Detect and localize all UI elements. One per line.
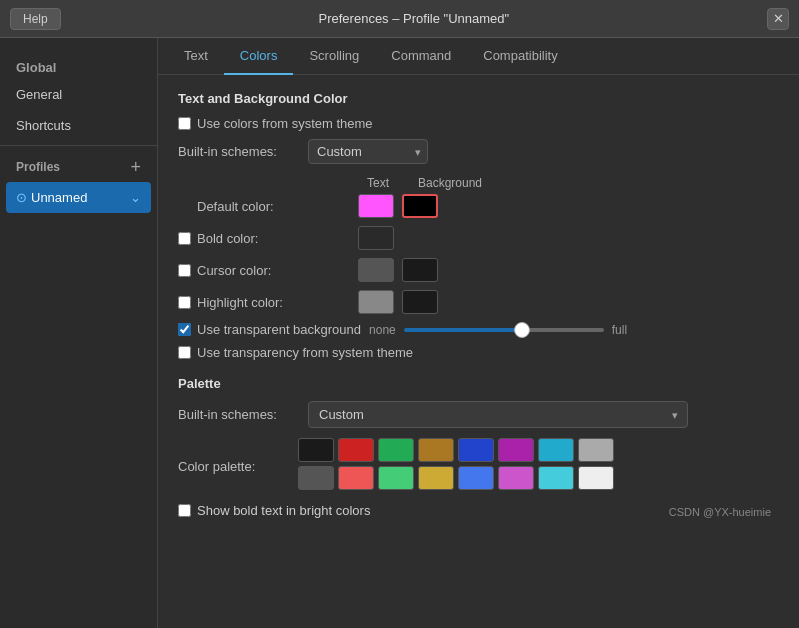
window-title: Preferences – Profile "Unnamed" <box>61 11 767 26</box>
palette-row-1 <box>298 438 614 462</box>
sidebar-item-general[interactable]: General <box>0 79 157 110</box>
text-bg-section-title: Text and Background Color <box>178 91 779 106</box>
transparency-slider-container: none full <box>369 323 779 337</box>
builtin-schemes-wrapper: Custom <box>308 139 428 164</box>
highlight-bg-color-swatch[interactable] <box>402 290 438 314</box>
use-transparency-system-label[interactable]: Use transparency from system theme <box>178 345 413 360</box>
profile-name-label: Unnamed <box>31 190 87 205</box>
transparent-bg-label[interactable]: Use transparent background <box>178 322 361 337</box>
show-bold-label: Show bold text in bright colors <box>197 503 370 518</box>
palette-swatch-12[interactable] <box>458 466 494 490</box>
highlight-color-label-wrapper: Highlight color: <box>178 295 358 310</box>
palette-swatch-14[interactable] <box>538 466 574 490</box>
palette-swatch-13[interactable] <box>498 466 534 490</box>
cursor-color-label: Cursor color: <box>197 263 317 278</box>
palette-schemes-label: Built-in schemes: <box>178 407 308 422</box>
cursor-color-checkbox[interactable] <box>178 264 191 277</box>
palette-swatch-11[interactable] <box>418 466 454 490</box>
tab-text[interactable]: Text <box>168 38 224 75</box>
bold-color-row: Bold color: <box>178 226 779 250</box>
default-bg-color-swatch[interactable] <box>402 194 438 218</box>
bg-col-label: Background <box>418 176 482 190</box>
palette-swatch-10[interactable] <box>378 466 414 490</box>
highlight-color-row: Highlight color: <box>178 290 779 314</box>
color-column-labels: Text Background <box>358 176 779 190</box>
default-color-label: Default color: <box>197 199 317 214</box>
sidebar-divider <box>0 145 157 146</box>
bold-color-label: Bold color: <box>197 231 317 246</box>
sidebar-item-shortcuts[interactable]: Shortcuts <box>0 110 157 141</box>
footer-credit: CSDN @YX-hueimie <box>669 502 779 518</box>
builtin-schemes-select[interactable]: Custom <box>308 139 428 164</box>
palette-swatch-7[interactable] <box>578 438 614 462</box>
builtin-schemes-label: Built-in schemes: <box>178 144 308 159</box>
palette-swatch-5[interactable] <box>498 438 534 462</box>
palette-schemes-wrapper: Custom <box>308 401 688 428</box>
bold-text-color-swatch[interactable] <box>358 226 394 250</box>
cursor-text-color-swatch[interactable] <box>358 258 394 282</box>
title-bar: Help Preferences – Profile "Unnamed" ✕ <box>0 0 799 38</box>
tab-compatibility[interactable]: Compatibility <box>467 38 573 75</box>
default-text-color-swatch[interactable] <box>358 194 394 218</box>
add-profile-button[interactable]: + <box>130 158 141 176</box>
bold-color-label-wrapper: Bold color: <box>178 231 358 246</box>
palette-swatch-4[interactable] <box>458 438 494 462</box>
default-color-label-wrapper: Default color: <box>178 199 358 214</box>
highlight-text-color-swatch[interactable] <box>358 290 394 314</box>
profiles-header: Profiles + <box>0 150 157 180</box>
highlight-color-label: Highlight color: <box>197 295 317 310</box>
transparency-slider[interactable] <box>404 328 604 332</box>
help-button[interactable]: Help <box>10 8 61 30</box>
palette-schemes-row: Built-in schemes: Custom <box>178 401 779 428</box>
sidebar: Global General Shortcuts Profiles + ⊙ Un… <box>0 38 158 628</box>
profiles-label: Profiles <box>16 160 60 174</box>
close-button[interactable]: ✕ <box>767 8 789 30</box>
sidebar-global-label: Global <box>0 48 157 79</box>
palette-swatch-9[interactable] <box>338 466 374 490</box>
slider-full-label: full <box>612 323 627 337</box>
cursor-bg-color-swatch[interactable] <box>402 258 438 282</box>
profile-check-icon: ⊙ <box>16 190 27 205</box>
show-bold-row: Show bold text in bright colors CSDN @YX… <box>178 502 779 518</box>
text-col-label: Text <box>358 176 398 190</box>
main-layout: Global General Shortcuts Profiles + ⊙ Un… <box>0 38 799 628</box>
tabs-bar: Text Colors Scrolling Command Compatibil… <box>158 38 799 75</box>
palette-grid <box>298 438 614 494</box>
transparent-bg-text: Use transparent background <box>197 322 361 337</box>
cursor-color-label-wrapper: Cursor color: <box>178 263 358 278</box>
color-palette-row: Color palette: <box>178 438 779 494</box>
palette-section: Palette Built-in schemes: Custom Color p… <box>178 376 779 518</box>
content-area: Text Colors Scrolling Command Compatibil… <box>158 38 799 628</box>
palette-section-title: Palette <box>178 376 779 391</box>
palette-swatch-3[interactable] <box>418 438 454 462</box>
sidebar-item-unnamed[interactable]: ⊙ Unnamed ⌄ <box>6 182 151 213</box>
palette-swatch-2[interactable] <box>378 438 414 462</box>
transparent-bg-checkbox[interactable] <box>178 323 191 336</box>
use-transparency-system-checkbox[interactable] <box>178 346 191 359</box>
tab-colors[interactable]: Colors <box>224 38 294 75</box>
show-bold-checkbox[interactable] <box>178 504 191 517</box>
palette-swatch-1[interactable] <box>338 438 374 462</box>
slider-none-label: none <box>369 323 396 337</box>
colors-panel: Text and Background Color Use colors fro… <box>158 75 799 628</box>
use-transparency-system-row: Use transparency from system theme <box>178 345 779 360</box>
use-transparency-system-text: Use transparency from system theme <box>197 345 413 360</box>
palette-swatch-8[interactable] <box>298 466 334 490</box>
tab-scrolling[interactable]: Scrolling <box>293 38 375 75</box>
cursor-color-row: Cursor color: <box>178 258 779 282</box>
palette-swatch-15[interactable] <box>578 466 614 490</box>
bold-color-checkbox[interactable] <box>178 232 191 245</box>
use-system-colors-text: Use colors from system theme <box>197 116 373 131</box>
highlight-color-checkbox[interactable] <box>178 296 191 309</box>
palette-swatch-0[interactable] <box>298 438 334 462</box>
transparent-bg-row: Use transparent background none full <box>178 322 779 337</box>
use-system-colors-row: Use colors from system theme <box>178 116 779 131</box>
palette-schemes-select[interactable]: Custom <box>308 401 688 428</box>
palette-swatch-6[interactable] <box>538 438 574 462</box>
builtin-schemes-row: Built-in schemes: Custom <box>178 139 779 164</box>
color-palette-label: Color palette: <box>178 459 298 474</box>
use-system-colors-checkbox[interactable] <box>178 117 191 130</box>
tab-command[interactable]: Command <box>375 38 467 75</box>
palette-row-2 <box>298 466 614 490</box>
use-system-colors-label[interactable]: Use colors from system theme <box>178 116 373 131</box>
